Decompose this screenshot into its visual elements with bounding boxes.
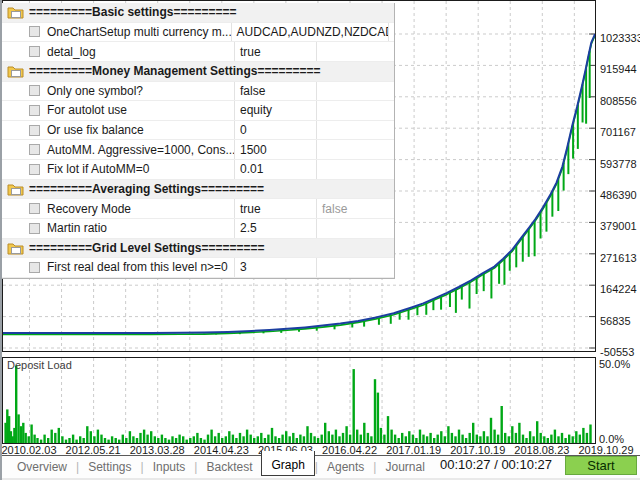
deposit-load-bar xyxy=(387,416,389,443)
deposit-load-bar xyxy=(250,435,252,443)
tab-settings[interactable]: Settings xyxy=(79,457,140,477)
param-checkbox[interactable] xyxy=(29,144,40,155)
deposit-load-bar xyxy=(136,438,138,443)
deposit-load-bar xyxy=(79,436,81,443)
param-checkbox[interactable] xyxy=(29,125,40,136)
deposit-load-bar xyxy=(278,438,280,443)
deposit-load-bar xyxy=(401,433,403,443)
input-param-row[interactable]: Only one symbol?false xyxy=(2,82,394,102)
deposit-load-bar xyxy=(90,431,92,443)
param-value[interactable]: equity xyxy=(234,101,316,120)
input-param-row[interactable]: detal_logtrue xyxy=(2,42,394,62)
param-checkbox[interactable] xyxy=(29,46,40,57)
deposit-load-bar xyxy=(100,435,102,443)
param-checkbox[interactable] xyxy=(29,85,40,96)
tab-backtest[interactable]: Backtest xyxy=(197,457,261,477)
deposit-load-bar xyxy=(289,436,291,443)
deposit-load-bar xyxy=(465,438,467,443)
deposit-load-bar xyxy=(168,440,170,443)
param-value[interactable]: 2.5 xyxy=(234,219,316,238)
deposit-load-bar xyxy=(132,436,134,443)
start-button[interactable]: Start xyxy=(565,456,637,475)
input-param-row[interactable]: Fix lot if AutoMM=00.01 xyxy=(2,160,394,180)
deposit-load-bar xyxy=(296,438,298,443)
param-value[interactable]: 3 xyxy=(234,258,316,277)
tab-graph[interactable]: Graph xyxy=(261,451,314,476)
deposit-load-bar xyxy=(374,379,376,443)
deposit-load-bar xyxy=(419,430,421,443)
param-name: Martin ratio xyxy=(47,221,107,235)
deposit-load-bar xyxy=(525,438,527,443)
param-checkbox[interactable] xyxy=(29,164,40,175)
deposit-load-bar xyxy=(61,436,63,443)
param-checkbox[interactable] xyxy=(29,223,40,234)
deposit-load-bar xyxy=(522,435,524,443)
deposit-load-bar xyxy=(331,435,333,443)
deposit-load-bar xyxy=(203,440,205,443)
deposit-load-bar xyxy=(20,426,22,443)
deposit-load-bar xyxy=(454,436,456,443)
param-value[interactable]: false xyxy=(234,82,316,101)
deposit-load-bar xyxy=(232,435,234,443)
deposit-load-bar xyxy=(557,436,559,443)
deposit-load-bar xyxy=(572,436,574,443)
deposit-load-bar xyxy=(171,436,173,443)
input-param-row[interactable]: Martin ratio2.5 xyxy=(2,219,394,239)
input-param-row[interactable]: First real deal from this level n>=03 xyxy=(2,258,394,278)
deposit-load-bar xyxy=(150,431,152,443)
deposit-load-bar xyxy=(345,426,347,443)
tab-overview[interactable]: Overview xyxy=(8,457,76,477)
param-value[interactable]: true xyxy=(234,199,316,218)
y-axis-label: 379001 xyxy=(600,220,640,232)
input-group-row[interactable]: =========Grid Level Settings========= xyxy=(2,239,394,259)
param-name: detal_log xyxy=(47,45,96,59)
param-value[interactable]: 0 xyxy=(234,121,316,140)
deposit-load-bar xyxy=(429,433,431,443)
deposit-load-bar xyxy=(193,436,195,443)
deposit-load-bar xyxy=(33,435,35,443)
deposit-load-bar xyxy=(589,425,591,444)
param-checkbox[interactable] xyxy=(29,262,40,273)
input-group-row[interactable]: =========Basic settings========= xyxy=(2,3,394,23)
input-param-row[interactable]: AutoMM. Aggressive=1000, Cons...1500 xyxy=(2,140,394,160)
deposit-load-bar xyxy=(47,438,49,443)
deposit-load-bar xyxy=(497,435,499,443)
y-axis-label: 1023333 xyxy=(600,32,640,44)
input-param-row[interactable]: OneChartSetup multi currency m...AUDCAD,… xyxy=(2,23,394,43)
deposit-load-bar xyxy=(394,435,396,443)
folder-icon xyxy=(7,241,24,255)
param-value[interactable]: 1500 xyxy=(234,140,316,159)
deposit-load-bar xyxy=(490,418,492,443)
input-param-row[interactable]: For autolot useequity xyxy=(2,101,394,121)
input-group-row[interactable]: =========Money Management Settings======… xyxy=(2,62,394,82)
input-group-row[interactable]: =========Averaging Settings========= xyxy=(2,180,394,200)
param-extra-value xyxy=(316,160,394,179)
deposit-load-bar xyxy=(186,440,188,443)
deposit-load-bar xyxy=(306,426,308,443)
deposit-load-bar xyxy=(17,414,19,443)
input-param-row[interactable]: Recovery Modetruefalse xyxy=(2,199,394,219)
deposit-load-bar xyxy=(469,433,471,443)
param-value[interactable]: AUDCAD,AUDNZD,NZDCAD xyxy=(231,23,388,42)
param-value[interactable]: 0.01 xyxy=(234,160,316,179)
input-param-row[interactable]: Or use fix balance0 xyxy=(2,121,394,141)
deposit-load-bar xyxy=(422,435,424,443)
param-value[interactable]: true xyxy=(234,42,316,61)
param-checkbox[interactable] xyxy=(29,203,40,214)
deposit-load-bar xyxy=(303,436,305,443)
deposit-load-bar xyxy=(68,438,70,443)
param-checkbox[interactable] xyxy=(29,26,40,37)
param-checkbox[interactable] xyxy=(29,105,40,116)
deposit-load-bar xyxy=(561,433,563,443)
y-axis-label: 593778 xyxy=(600,158,640,170)
deposit-load-bar xyxy=(28,436,30,443)
tab-agents[interactable]: Agents xyxy=(318,457,373,477)
param-extra-value xyxy=(316,121,394,140)
deposit-load-bar xyxy=(285,431,287,443)
tab-inputs[interactable]: Inputs xyxy=(144,457,195,477)
deposit-load-bar xyxy=(476,435,478,443)
y-axis-label: 271613 xyxy=(600,252,640,264)
deposit-load-bar xyxy=(447,426,449,443)
tab-journal[interactable]: Journal xyxy=(376,457,433,477)
deposit-load-bar xyxy=(317,438,319,443)
